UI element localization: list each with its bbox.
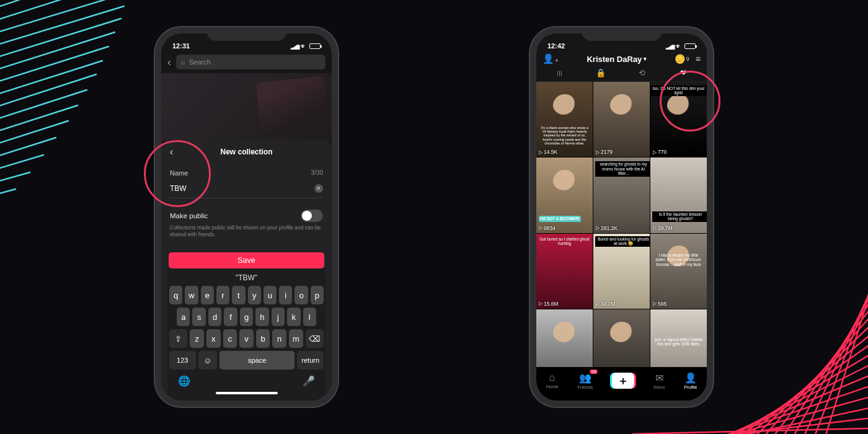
tab-reposts[interactable]: ⟲ — [630, 68, 655, 78]
make-public-toggle[interactable] — [301, 210, 323, 222]
highlight-circle-name-field — [144, 140, 211, 207]
video-tile[interactable]: 2179 — [593, 82, 650, 157]
nav-create[interactable]: ＋ — [612, 373, 634, 389]
key-⌫[interactable]: ⌫ — [306, 329, 324, 348]
make-public-hint: Collections made public will be shown on… — [167, 222, 326, 239]
key-d[interactable]: d — [208, 308, 221, 326]
clear-icon[interactable]: ✕ — [314, 184, 323, 193]
tab-private[interactable]: 🔒 — [588, 68, 613, 78]
profile-name[interactable]: Kristen DaRay ▾ — [587, 55, 647, 64]
view-count: 2179 — [596, 149, 613, 155]
video-tile[interactable]: Bored and looking for ghosts at work 😅34… — [593, 234, 650, 309]
back-icon[interactable]: ‹ — [167, 56, 171, 69]
key-f[interactable]: f — [224, 308, 237, 326]
video-tile[interactable]: I'M NOT A BOOMER!9834 — [536, 157, 593, 232]
battery-icon — [684, 43, 696, 49]
key-t[interactable]: t — [232, 286, 245, 304]
view-count: 281.2K — [596, 225, 618, 231]
video-caption: I had a dream my little sister, from her… — [652, 252, 705, 267]
video-tile[interactable]: searching for ghosts in my moms house wi… — [593, 157, 650, 232]
video-caption: Is it the haunted dresser being ghosts? — [652, 211, 707, 222]
highlight-circle-favorites-tab — [660, 71, 720, 131]
search-icon: ⌕ — [181, 58, 185, 66]
chevron-down-icon: ▾ — [644, 56, 647, 62]
status-time: 12:42 — [547, 42, 565, 50]
key-p[interactable]: p — [311, 286, 324, 304]
view-count: 9834 — [539, 225, 556, 231]
home-icon: ⌂ — [549, 372, 556, 383]
key-⇧[interactable]: ⇧ — [169, 329, 187, 348]
key-o[interactable]: o — [294, 286, 308, 304]
view-count: 34.2M — [596, 301, 616, 307]
friends-icon: 👥 — [579, 372, 591, 384]
phone-right: 12:42 ᯤ 👤₊ Kristen DaRay ▾ 🪙9 ≡ — [530, 27, 713, 407]
key-return[interactable]: return — [297, 351, 324, 370]
key-h[interactable]: h — [255, 308, 268, 326]
wifi-icon: ᯤ — [301, 43, 307, 50]
video-tile[interactable]: Is it the haunted dresser being ghosts?2… — [650, 157, 707, 232]
key-u[interactable]: u — [264, 286, 277, 304]
key-s[interactable]: s — [192, 308, 205, 326]
friends-badge: 50 — [590, 370, 598, 374]
key-r[interactable]: r — [216, 286, 229, 304]
save-button[interactable]: Save — [169, 252, 324, 268]
key-q[interactable]: q — [169, 286, 182, 304]
key-l[interactable]: l — [303, 308, 316, 326]
key-e[interactable]: e — [201, 286, 214, 304]
signal-icon — [666, 43, 673, 50]
coins-icon[interactable]: 🪙9 — [675, 54, 689, 64]
key-w[interactable]: w — [185, 286, 198, 304]
key-m[interactable]: m — [289, 329, 303, 348]
nav-friends[interactable]: 👥 50 Friends — [577, 372, 593, 390]
key-y[interactable]: y — [248, 286, 261, 304]
video-tile[interactable]: I'm a black woman who wrote a YA fantasy… — [536, 82, 593, 157]
char-counter: 3/30 — [311, 169, 323, 177]
key-emoji[interactable]: ☺ — [198, 351, 217, 370]
key-j[interactable]: j — [272, 308, 285, 326]
key-b[interactable]: b — [256, 329, 270, 348]
video-caption: searching for ghosts in my moms house wi… — [595, 161, 650, 176]
key-k[interactable]: k — [287, 308, 300, 326]
key-x[interactable]: x — [206, 329, 221, 348]
search-input[interactable]: ⌕ Search — [176, 55, 326, 69]
tab-posts[interactable]: ⫼ — [547, 68, 572, 78]
video-caption: Bored and looking for ghosts at work 😅 — [595, 236, 650, 247]
nav-profile[interactable]: 👤 Profile — [684, 372, 697, 390]
video-tile[interactable]: Got bored so I started ghost hunting15.6… — [536, 234, 593, 309]
key-z[interactable]: z — [190, 329, 204, 348]
wifi-icon: ᯤ — [676, 43, 682, 50]
key-n[interactable]: n — [272, 329, 286, 348]
sheet-title: New collection — [220, 148, 272, 156]
view-count: 14.5K — [539, 149, 557, 155]
save-button-label: Save — [237, 256, 255, 265]
key-v[interactable]: v — [239, 329, 254, 348]
video-caption: pov: a capcut editor makes this and gets… — [652, 337, 705, 347]
search-placeholder: Search — [189, 58, 211, 66]
keyboard: "TBW" qwertyuiopasdfghjkl⇧zxcvbnm⌫ 123 ☺… — [167, 268, 326, 401]
view-count: 595 — [653, 301, 666, 307]
key-a[interactable]: a — [177, 308, 190, 326]
key-i[interactable]: i — [279, 286, 292, 304]
video-tile[interactable]: I had a dream my little sister, from her… — [650, 234, 707, 309]
battery-icon — [309, 43, 321, 49]
make-public-label: Make public — [170, 212, 208, 219]
key-space[interactable]: space — [219, 351, 295, 370]
globe-icon[interactable]: 🌐 — [178, 375, 190, 387]
key-c[interactable]: c — [223, 329, 237, 348]
add-friend-icon[interactable]: 👤₊ — [542, 53, 559, 64]
mic-icon[interactable]: 🎤 — [303, 375, 315, 387]
key-g[interactable]: g — [240, 308, 253, 326]
keyboard-suggestion[interactable]: "TBW" — [169, 271, 324, 286]
view-count: 770 — [653, 149, 666, 155]
key-123[interactable]: 123 — [169, 351, 196, 370]
inbox-icon: ✉ — [655, 372, 663, 384]
home-indicator — [216, 392, 278, 394]
nav-inbox[interactable]: ✉ Inbox — [653, 372, 665, 390]
notch — [206, 27, 287, 41]
video-caption: I'm a black woman who wrote a YA fantasy… — [538, 125, 591, 146]
menu-icon[interactable]: ≡ — [696, 54, 701, 64]
phone-left: 12:31 ᯤ ‹ ⌕ Search ‹ New collection — [155, 27, 338, 407]
profile-icon: 👤 — [684, 372, 697, 384]
nav-home[interactable]: ⌂ Home — [546, 372, 558, 389]
notch — [582, 27, 662, 41]
